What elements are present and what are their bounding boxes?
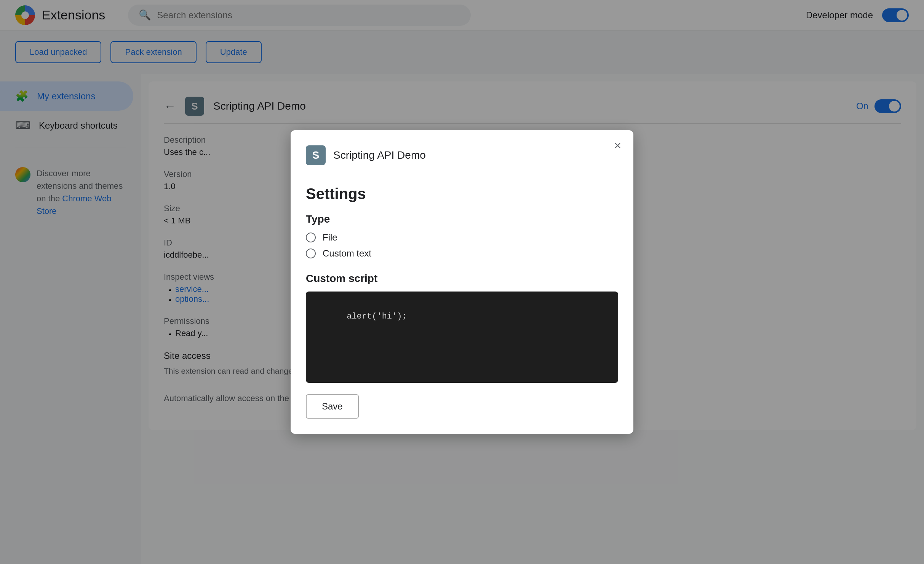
dialog-type-title: Type — [306, 213, 618, 225]
dialog-close-button[interactable]: × — [614, 139, 621, 151]
type-radio-group: File Custom text — [306, 232, 618, 259]
code-content: alert('hi'); — [347, 312, 407, 321]
save-button[interactable]: Save — [306, 394, 359, 419]
dialog-ext-icon: S — [306, 145, 326, 165]
modal-overlay[interactable]: S Scripting API Demo × Settings Type Fil… — [0, 0, 924, 564]
code-editor[interactable]: alert('hi'); — [306, 292, 618, 383]
custom-script-title: Custom script — [306, 272, 618, 285]
dialog-header: S Scripting API Demo × — [306, 145, 618, 173]
radio-custom-text-label: Custom text — [323, 248, 371, 259]
radio-file-label: File — [323, 232, 337, 243]
radio-file[interactable]: File — [306, 232, 618, 243]
dialog-settings-title: Settings — [306, 185, 618, 202]
radio-circle-custom-text — [306, 249, 316, 258]
radio-circle-file — [306, 233, 316, 242]
dialog-ext-name: Scripting API Demo — [333, 149, 426, 161]
settings-dialog: S Scripting API Demo × Settings Type Fil… — [291, 130, 633, 434]
radio-custom-text[interactable]: Custom text — [306, 248, 618, 259]
